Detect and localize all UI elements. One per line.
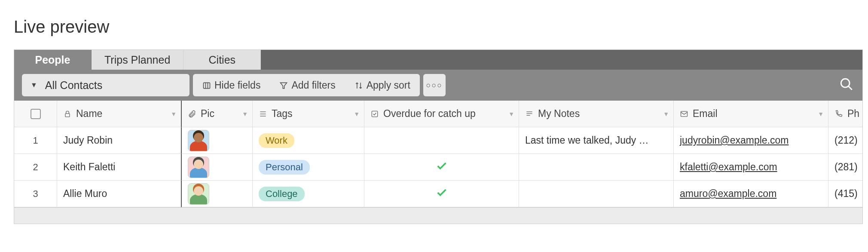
apply-sort-label: Apply sort <box>367 80 410 91</box>
hide-fields-icon <box>202 81 211 89</box>
chevron-down-icon: ▼ <box>31 81 37 89</box>
cell-email[interactable]: kfaletti@example.com <box>674 154 828 181</box>
search-button[interactable] <box>839 77 854 93</box>
attachment-icon <box>188 110 196 118</box>
view-toolbar: ▼ All Contacts Hide fields Add filters <box>14 70 862 101</box>
svg-rect-10 <box>372 111 377 117</box>
tab-people[interactable]: People <box>14 50 92 70</box>
chevron-down-icon[interactable]: ▼ <box>508 111 514 117</box>
hide-fields-label: Hide fields <box>214 80 260 91</box>
hide-fields-button[interactable]: Hide fields <box>193 74 270 96</box>
cell-phone[interactable]: (212) <box>828 127 863 154</box>
chevron-down-icon[interactable]: ▼ <box>663 111 669 117</box>
live-preview-panel: People Trips Planned Cities ▼ All Contac… <box>14 49 863 224</box>
cell-pic[interactable] <box>182 127 253 154</box>
column-header-notes[interactable]: My Notes ▼ <box>519 101 674 127</box>
view-selector[interactable]: ▼ All Contacts <box>22 74 189 96</box>
check-icon <box>436 160 448 175</box>
kebab-icon: ○○○ <box>423 81 446 90</box>
chevron-down-icon[interactable]: ▼ <box>818 111 824 117</box>
chevron-down-icon[interactable]: ▼ <box>242 111 248 117</box>
add-filters-button[interactable]: Add filters <box>270 74 345 96</box>
cell-pic[interactable] <box>182 181 253 207</box>
column-header-tags[interactable]: Tags ▼ <box>253 101 364 127</box>
avatar <box>188 157 209 178</box>
tab-trips-planned[interactable]: Trips Planned <box>92 50 183 70</box>
phone-icon <box>834 110 843 118</box>
data-grid: Name ▼ Pic ▼ Tags ▼ Overdue for catch up… <box>14 101 862 207</box>
svg-rect-14 <box>681 111 688 117</box>
email-link[interactable]: judyrobin@example.com <box>680 135 789 146</box>
tag-pill: College <box>259 187 305 201</box>
cell-notes[interactable]: Last time we talked, Judy … <box>519 127 674 154</box>
avatar <box>188 183 209 205</box>
cell-overdue[interactable] <box>364 127 519 154</box>
avatar <box>188 130 209 151</box>
cell-tags[interactable]: College <box>253 181 364 207</box>
cell-name[interactable]: Judy Robin <box>57 127 182 154</box>
cell-phone[interactable]: (415) <box>828 181 863 207</box>
cell-email[interactable]: amuro@example.com <box>674 181 828 207</box>
apply-sort-button[interactable]: Apply sort <box>345 74 420 96</box>
tabs-bar: People Trips Planned Cities <box>14 50 862 70</box>
column-header-name[interactable]: Name ▼ <box>57 101 182 127</box>
cell-notes[interactable] <box>519 181 674 207</box>
tab-cities[interactable]: Cities <box>183 50 261 70</box>
add-filters-label: Add filters <box>291 80 335 91</box>
check-icon <box>436 187 448 201</box>
column-header-overdue[interactable]: Overdue for catch up ▼ <box>364 101 519 127</box>
cell-tags[interactable]: Work <box>253 127 364 154</box>
cell-phone[interactable]: (281) <box>828 154 863 181</box>
email-icon <box>680 110 688 118</box>
column-header-checkbox[interactable] <box>14 101 57 127</box>
svg-point-4 <box>841 79 850 87</box>
multiselect-icon <box>259 110 267 118</box>
tag-pill: Work <box>259 133 294 148</box>
svg-rect-6 <box>65 114 70 117</box>
page-title: Live preview <box>0 0 868 49</box>
longtext-icon <box>525 110 534 118</box>
email-link[interactable]: amuro@example.com <box>680 188 776 200</box>
select-all-checkbox[interactable] <box>31 109 41 119</box>
cell-name[interactable]: Keith Faletti <box>57 154 182 181</box>
cell-pic[interactable] <box>182 154 253 181</box>
grid-footer <box>14 207 862 224</box>
cell-overdue[interactable] <box>364 181 519 207</box>
filter-icon <box>279 81 288 89</box>
column-header-email[interactable]: Email ▼ <box>674 101 828 127</box>
checkbox-icon <box>370 110 379 118</box>
view-actions: Hide fields Add filters Apply sort <box>193 74 420 96</box>
svg-line-5 <box>848 86 852 90</box>
column-header-phone[interactable]: Ph <box>828 101 863 127</box>
svg-rect-0 <box>204 83 210 88</box>
chevron-down-icon[interactable]: ▼ <box>354 111 360 117</box>
chevron-down-icon[interactable]: ▼ <box>171 111 177 117</box>
email-link[interactable]: kfaletti@example.com <box>680 161 777 173</box>
lock-icon <box>63 110 72 118</box>
cell-email[interactable]: judyrobin@example.com <box>674 127 828 154</box>
cell-overdue[interactable] <box>364 154 519 181</box>
tag-pill: Personal <box>259 160 310 175</box>
row-number[interactable]: 2 <box>14 154 57 181</box>
view-name-label: All Contacts <box>45 79 102 92</box>
more-options-button[interactable]: ○○○ <box>423 74 446 96</box>
row-number[interactable]: 1 <box>14 127 57 154</box>
svg-marker-3 <box>281 83 287 88</box>
sort-icon <box>355 81 363 89</box>
column-header-pic[interactable]: Pic ▼ <box>182 101 253 127</box>
cell-notes[interactable] <box>519 154 674 181</box>
cell-name[interactable]: Allie Muro <box>57 181 182 207</box>
row-number[interactable]: 3 <box>14 181 57 207</box>
cell-tags[interactable]: Personal <box>253 154 364 181</box>
search-icon <box>839 77 854 92</box>
